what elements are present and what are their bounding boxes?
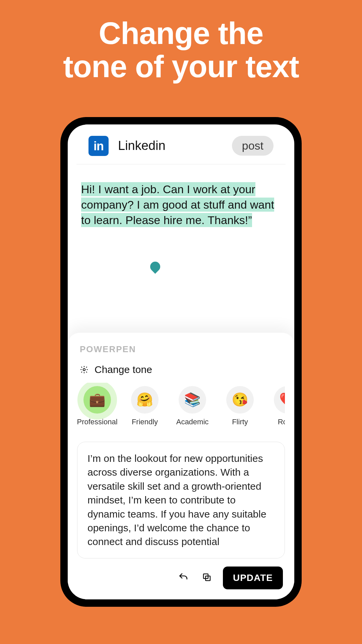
- heart-icon: ❤️: [274, 386, 285, 414]
- undo-button[interactable]: [176, 571, 191, 585]
- undo-icon: [178, 572, 189, 584]
- kiss-face-icon: 😘: [226, 386, 254, 414]
- text-selection-handle-icon[interactable]: [148, 260, 162, 274]
- hero-line-1: Change the: [63, 17, 299, 50]
- update-button[interactable]: UPDATE: [223, 567, 283, 589]
- tone-option-friendly[interactable]: 🤗 Friendly: [127, 386, 163, 426]
- selected-text-content: Hi! I want a job. Can I work at your com…: [81, 182, 274, 227]
- tone-label: Friendly: [132, 418, 158, 426]
- tone-options-row[interactable]: 💼 Professional 🤗 Friendly 📚 Academic 😘 F…: [77, 383, 285, 430]
- panel-action-row: UPDATE: [77, 567, 285, 589]
- tone-option-romantic[interactable]: ❤️ Roma: [269, 386, 285, 426]
- composer-area[interactable]: Hi! I want a job. Can I work at your com…: [68, 164, 294, 241]
- output-text-card[interactable]: I’m on the lookout for new opportunities…: [77, 442, 285, 558]
- briefcase-icon: 💼: [83, 386, 111, 414]
- linkedin-icon: in: [88, 136, 109, 156]
- phone-frame: in Linkedin post Hi! I want a job. Can I…: [60, 117, 302, 607]
- change-tone-label: Change tone: [95, 364, 152, 375]
- tone-label: Professional: [77, 418, 118, 426]
- tone-option-professional[interactable]: 💼 Professional: [79, 386, 115, 426]
- panel-brand-label: POWERPEN: [77, 344, 285, 355]
- tone-label: Flirty: [232, 418, 248, 426]
- hero-line-2: tone of your text: [63, 50, 299, 83]
- destination-app-name: Linkedin: [118, 139, 166, 153]
- selected-text[interactable]: Hi! I want a job. Can I work at your com…: [81, 182, 281, 228]
- phone-screen: in Linkedin post Hi! I want a job. Can I…: [68, 124, 294, 599]
- svg-point-0: [83, 369, 85, 371]
- post-type-pill[interactable]: post: [232, 136, 274, 156]
- tone-label: Roma: [278, 418, 285, 426]
- output-text: I’m on the lookout for new opportunities…: [87, 453, 266, 547]
- powerpen-panel: POWERPEN Change tone 💼 Professional 🤗: [68, 333, 294, 599]
- copy-icon: [202, 572, 212, 584]
- change-tone-row: Change tone: [77, 364, 285, 375]
- tone-option-academic[interactable]: 📚 Academic: [174, 386, 210, 426]
- linkedin-icon-text: in: [94, 139, 104, 153]
- gear-icon: [80, 365, 88, 374]
- books-icon: 📚: [179, 386, 206, 414]
- hero-heading: Change the tone of your text: [63, 17, 299, 84]
- tone-option-flirty[interactable]: 😘 Flirty: [222, 386, 258, 426]
- hugging-face-icon: 🤗: [131, 386, 159, 414]
- composer-topbar: in Linkedin post: [76, 124, 286, 164]
- tone-label: Academic: [176, 418, 209, 426]
- copy-button[interactable]: [199, 571, 214, 585]
